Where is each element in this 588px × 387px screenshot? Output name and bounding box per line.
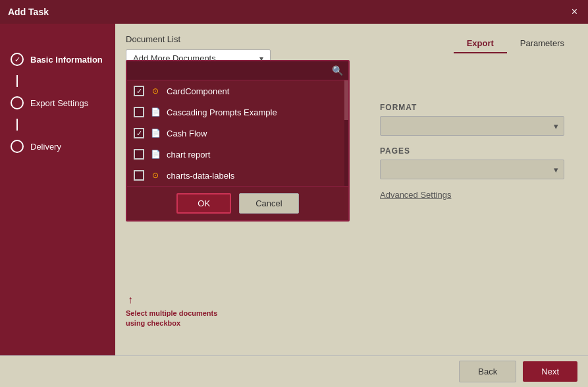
dropdown-item-cash-flow[interactable]: ✓ 📄 Cash Flow — [127, 123, 348, 144]
sidebar-item-delivery[interactable]: Delivery — [0, 131, 115, 162]
item-label-cascading-prompts: Cascading Prompts Example — [167, 107, 277, 117]
component-icon-card: ⊙ — [149, 85, 161, 97]
next-button[interactable]: Next — [523, 361, 577, 382]
modal-window: Add Task × ✓ Basic Information Export Se… — [0, 0, 588, 387]
title-bar: Add Task × — [0, 0, 588, 24]
search-icon: 🔍 — [332, 65, 343, 76]
item-label-charts-data-labels: charts-data-labels — [167, 171, 234, 181]
dropdown-search-bar: 🔍 — [127, 61, 348, 80]
document-icon-cash-flow: 📄 — [149, 127, 161, 139]
item-label-cash-flow: Cash Flow — [167, 129, 207, 138]
chevron-format-icon: ▾ — [554, 121, 558, 131]
ok-button[interactable]: OK — [176, 193, 231, 214]
component-icon-charts-data: ⊙ — [149, 169, 161, 181]
tab-export[interactable]: Export — [454, 34, 507, 53]
dropdown-list: ✓ ⊙ CardComponent 📄 Cascading Prompts Ex… — [127, 80, 348, 186]
document-icon-cascading: 📄 — [149, 106, 161, 118]
tab-parameters[interactable]: Parameters — [507, 34, 577, 53]
dropdown-actions: OK Cancel — [127, 186, 348, 220]
tabs-area: Export Parameters — [454, 34, 577, 53]
step-icon-delivery — [11, 140, 24, 153]
sidebar-connector-1 — [16, 75, 18, 87]
pages-label: PAGES — [380, 146, 571, 156]
dropdown-item-chart-report[interactable]: 📄 chart report — [127, 144, 348, 165]
export-format-label: FORMAT — [380, 103, 571, 112]
step-icon-export — [11, 96, 24, 109]
export-format-dropdown[interactable]: ▾ — [380, 116, 564, 136]
checkbox-cascading-prompts[interactable] — [134, 107, 144, 117]
annotation-text: Select multiple documentsusing checkbox — [126, 309, 217, 329]
sidebar-item-basic-info[interactable]: ✓ Basic Information — [0, 44, 115, 75]
modal-body: ✓ Basic Information Export Settings Deli… — [0, 24, 588, 355]
item-label-card-component: CardComponent — [167, 86, 229, 96]
checkbox-charts-data-labels[interactable] — [134, 170, 144, 181]
sidebar-label-basic-info: Basic Information — [30, 55, 103, 65]
advanced-settings-link[interactable]: Advanced Settings — [380, 190, 571, 200]
sidebar-item-export-settings[interactable]: Export Settings — [0, 87, 115, 119]
annotation-arrow-head: ↑ — [128, 294, 133, 306]
checkbox-card-component[interactable]: ✓ — [134, 86, 144, 96]
item-label-chart-report: chart report — [167, 150, 210, 160]
checkbox-cash-flow[interactable]: ✓ — [134, 128, 144, 138]
step-icon-basic-info: ✓ — [11, 53, 24, 66]
main-content: Export Parameters Document List Add More… — [115, 24, 588, 355]
footer: Back Next — [0, 355, 588, 387]
annotation-area: ↑ Select multiple documentsusing checkbo… — [126, 294, 217, 329]
sidebar-label-delivery: Delivery — [30, 142, 61, 152]
export-content: FORMAT ▾ PAGES ▾ Advanced Settings — [373, 96, 577, 206]
dropdown-item-charts-data-labels[interactable]: ⊙ charts-data-labels — [127, 165, 348, 186]
dropdown-item-card-component[interactable]: ✓ ⊙ CardComponent — [127, 80, 348, 102]
sidebar: ✓ Basic Information Export Settings Deli… — [0, 24, 115, 355]
close-button[interactable]: × — [569, 7, 580, 17]
chevron-pages-icon: ▾ — [554, 165, 558, 175]
scrollbar-thumb[interactable] — [344, 80, 348, 120]
back-button[interactable]: Back — [459, 361, 516, 382]
title-bar-title: Add Task — [8, 7, 49, 17]
dropdown-search-input[interactable] — [132, 66, 332, 76]
dropdown-overlay: 🔍 ✓ ⊙ CardComponent 📄 Cascading Prompts … — [126, 60, 350, 222]
sidebar-label-export-settings: Export Settings — [30, 98, 88, 108]
scrollbar-track — [344, 80, 348, 186]
sidebar-connector-2 — [16, 119, 18, 131]
document-icon-chart-report: 📄 — [149, 148, 161, 160]
cancel-button[interactable]: Cancel — [239, 193, 298, 214]
pages-dropdown[interactable]: ▾ — [380, 160, 564, 179]
dropdown-item-cascading-prompts[interactable]: 📄 Cascading Prompts Example — [127, 102, 348, 123]
checkbox-chart-report[interactable] — [134, 149, 144, 160]
